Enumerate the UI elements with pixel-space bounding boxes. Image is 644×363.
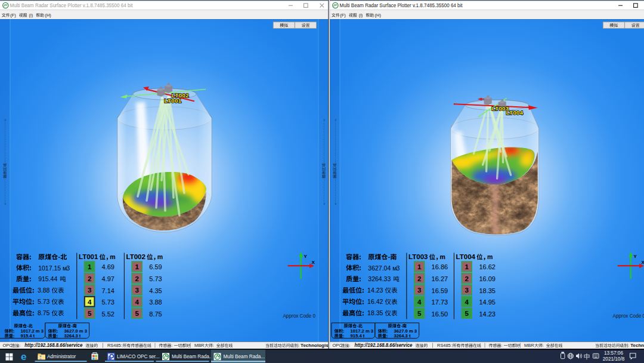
- svg-text:LT001: LT001: [79, 253, 98, 260]
- svg-text:915.4 t: 915.4 t: [351, 333, 365, 339]
- svg-text:MBR: MBR: [194, 343, 204, 348]
- svg-text:LT002: LT002: [126, 253, 145, 260]
- svg-text:Y: Y: [304, 254, 308, 259]
- svg-text:1: 1: [417, 263, 422, 270]
- svg-text:(H): (H): [375, 13, 381, 18]
- svg-text:m: m: [439, 253, 445, 260]
- svg-text:Administrator: Administrator: [47, 354, 76, 359]
- svg-text:18.35: 18.35: [367, 309, 383, 316]
- svg-text:Multi Beam Radar Surface Plott: Multi Beam Radar Surface Plotter v.1.8.7…: [10, 2, 134, 8]
- svg-text:16.09: 16.09: [479, 275, 496, 282]
- svg-text:16.86: 16.86: [432, 263, 448, 270]
- svg-text:18.35: 18.35: [479, 287, 496, 294]
- svg-text:5.73: 5.73: [102, 299, 114, 306]
- svg-text:3264.33: 3264.33: [368, 275, 391, 282]
- svg-text:915.4 t: 915.4 t: [21, 333, 35, 339]
- svg-text:LT004: LT004: [506, 109, 524, 116]
- svg-text:3.88: 3.88: [149, 299, 162, 306]
- svg-text:--------------------------»: --------------------------»: [333, 118, 337, 162]
- svg-text:5.73: 5.73: [149, 275, 162, 282]
- svg-text:m: m: [157, 253, 163, 260]
- svg-text:16.42: 16.42: [367, 298, 383, 305]
- svg-text:4: 4: [135, 299, 139, 306]
- svg-text:(i): (i): [29, 13, 33, 18]
- svg-text:3264.3 t: 3264.3 t: [64, 333, 81, 339]
- svg-text:14.23: 14.23: [479, 310, 496, 318]
- svg-text:3627.04 м: 3627.04 м: [368, 264, 397, 272]
- svg-text:e: e: [21, 351, 26, 362]
- svg-text:2021/10/8: 2021/10/8: [603, 356, 625, 362]
- svg-text:X: X: [312, 260, 315, 265]
- svg-text:4: 4: [88, 299, 92, 306]
- svg-text:3: 3: [135, 287, 138, 294]
- svg-text:Multi Beam Rada...: Multi Beam Rada...: [224, 354, 265, 359]
- svg-text:(H): (H): [45, 13, 51, 18]
- svg-text:http://192.168.8.66/service: http://192.168.8.66/service: [24, 343, 82, 348]
- svg-text:14.95: 14.95: [479, 299, 496, 306]
- svg-text:1017.15 м: 1017.15 м: [38, 264, 67, 272]
- svg-text:MBR: MBR: [524, 343, 534, 348]
- svg-text:Multi Beam Radar Surface Plott: Multi Beam Radar Surface Plotter v.1.8.7…: [340, 2, 463, 8]
- svg-text:3: 3: [88, 287, 91, 294]
- svg-text:1: 1: [88, 263, 92, 270]
- svg-text:(F): (F): [340, 13, 345, 18]
- svg-text:8.75: 8.75: [149, 310, 162, 318]
- svg-text:LT004: LT004: [456, 253, 476, 260]
- svg-text:4.35: 4.35: [149, 287, 162, 294]
- svg-text:5.52: 5.52: [102, 310, 114, 318]
- svg-text:--------------------------»: --------------------------»: [3, 118, 7, 162]
- svg-text:3.88: 3.88: [38, 287, 50, 294]
- svg-text:3: 3: [417, 287, 421, 294]
- svg-text:--------------------------»: --------------------------»: [322, 118, 326, 162]
- svg-text:915.44: 915.44: [38, 275, 57, 282]
- svg-text:5: 5: [135, 310, 139, 317]
- svg-text:16.27: 16.27: [432, 275, 448, 282]
- svg-text:14.23: 14.23: [367, 287, 383, 294]
- svg-text:5: 5: [88, 310, 92, 317]
- svg-text:Multi Beam Rada...: Multi Beam Rada...: [172, 354, 213, 359]
- svg-text:1: 1: [465, 263, 469, 270]
- svg-text:3: 3: [396, 264, 400, 272]
- svg-text:13:57:06: 13:57:06: [604, 350, 623, 356]
- svg-text:5: 5: [417, 310, 422, 317]
- svg-text:http://192.168.8.66/service: http://192.168.8.66/service: [354, 343, 412, 348]
- svg-text:LT001: LT001: [165, 97, 182, 104]
- svg-text:7.14: 7.14: [102, 287, 114, 294]
- svg-text:OPC: OPC: [333, 343, 343, 348]
- svg-text:8.75: 8.75: [38, 309, 50, 316]
- svg-text:(F): (F): [10, 13, 16, 18]
- svg-text:1: 1: [135, 263, 139, 270]
- svg-text:Y: Y: [634, 254, 637, 259]
- svg-text:3264.3 t: 3264.3 t: [394, 333, 411, 339]
- svg-text:16.59: 16.59: [432, 287, 448, 294]
- svg-text:16.62: 16.62: [479, 263, 496, 270]
- svg-text:Technologist: Technologist: [630, 343, 644, 348]
- svg-text:17.73: 17.73: [432, 299, 448, 306]
- svg-text:LIMACO OPC ser...: LIMACO OPC ser...: [117, 354, 159, 359]
- svg-text:4.69: 4.69: [102, 263, 114, 270]
- svg-text:X: X: [642, 260, 644, 265]
- svg-text:4: 4: [417, 299, 422, 306]
- svg-text:m: m: [110, 253, 115, 260]
- svg-text:5.73: 5.73: [38, 298, 50, 305]
- svg-text:(i): (i): [359, 13, 363, 18]
- svg-text:Technologist: Technologist: [301, 343, 330, 348]
- svg-text:RS485:: RS485:: [437, 343, 452, 348]
- svg-text:OPC: OPC: [3, 343, 13, 348]
- svg-text:2: 2: [135, 275, 138, 282]
- svg-text:16.50: 16.50: [432, 310, 448, 318]
- svg-text:4: 4: [465, 299, 469, 306]
- svg-text:3: 3: [465, 287, 468, 294]
- svg-text:Approx Code 0: Approx Code 0: [612, 313, 644, 319]
- svg-text:2: 2: [465, 275, 468, 282]
- svg-text:2: 2: [417, 275, 421, 282]
- svg-text:2: 2: [88, 275, 91, 282]
- svg-text:LT003: LT003: [408, 253, 428, 260]
- svg-text:3: 3: [66, 264, 70, 272]
- svg-text:5: 5: [465, 310, 469, 317]
- svg-text:Approx Code 0: Approx Code 0: [283, 313, 315, 319]
- svg-text:RS485:: RS485:: [107, 343, 122, 348]
- svg-text:4.97: 4.97: [102, 275, 114, 282]
- svg-text:m: m: [487, 253, 493, 260]
- svg-text:6.59: 6.59: [149, 263, 162, 270]
